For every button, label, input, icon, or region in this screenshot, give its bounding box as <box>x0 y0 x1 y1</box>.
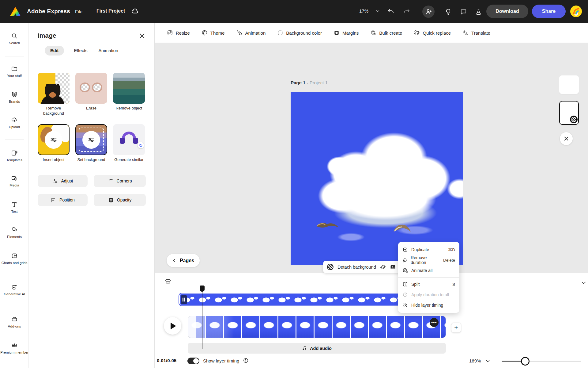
download-button[interactable]: Download <box>486 5 528 18</box>
menu-item-duplicate[interactable]: Duplicate ⌘D <box>398 244 459 255</box>
quick-replace-icon[interactable] <box>380 264 386 270</box>
play-button[interactable] <box>164 317 181 335</box>
share-button[interactable]: Share <box>532 5 566 18</box>
generative-ai-icon <box>11 284 18 290</box>
crown-icon <box>11 342 18 349</box>
margins-icon <box>334 30 340 36</box>
media-icon <box>11 175 18 182</box>
opacity-button[interactable]: Opacity <box>94 194 146 206</box>
sidebar-item-media[interactable]: Media <box>0 175 29 188</box>
text-icon <box>11 201 18 208</box>
tab-effects[interactable]: Effects <box>73 46 89 56</box>
sidebar-item-generative-ai[interactable]: Generative AI <box>0 284 29 297</box>
clip-more-options-button[interactable]: ••• <box>430 318 439 327</box>
close-icon <box>139 33 145 39</box>
translate-icon <box>462 30 469 36</box>
undo-button[interactable] <box>385 6 397 18</box>
project-name[interactable]: First Project <box>96 8 125 14</box>
position-button[interactable]: Position <box>38 194 88 206</box>
page-label: Page 1 - Project 1 <box>291 80 328 85</box>
menu-item-hide-layer-timing[interactable]: Hide layer timing <box>398 300 459 310</box>
sidebar-item-premium[interactable]: Premium member <box>0 342 29 355</box>
tool-set-background[interactable]: Set background <box>75 124 107 163</box>
set-background-thumbnail <box>75 124 107 155</box>
video-clip-track[interactable] <box>188 316 446 338</box>
collapse-timeline-chevron[interactable] <box>581 280 586 287</box>
playhead[interactable] <box>200 286 205 349</box>
playhead-handle[interactable] <box>200 286 205 292</box>
sidebar-item-add-ons[interactable]: Add-ons <box>0 316 29 329</box>
info-icon[interactable] <box>243 358 249 365</box>
sidebar-item-templates[interactable]: Templates <box>0 150 29 163</box>
remove-object-thumbnail <box>113 73 145 104</box>
page-thumbnail-1[interactable] <box>559 75 579 94</box>
topbar-divider <box>91 8 91 15</box>
menu-item-remove-duration[interactable]: Remove duration Delete <box>398 255 459 265</box>
slider-knob[interactable] <box>521 357 530 366</box>
timeline-zoom-chevron[interactable] <box>485 358 490 365</box>
panel-close-button[interactable] <box>138 32 146 40</box>
tool-insert-object[interactable]: Insert object <box>38 124 70 163</box>
tab-animation[interactable]: Animation <box>97 46 119 56</box>
menu-item-animate-all[interactable]: Animate all <box>398 265 459 276</box>
sidebar-item-text[interactable]: Text <box>0 201 29 214</box>
sidebar-item-elements[interactable]: Elements <box>0 226 29 240</box>
sidebar-item-your-stuff[interactable]: Your stuff <box>0 65 29 79</box>
design-canvas-sky-image[interactable] <box>291 92 463 265</box>
page-project-name: Project 1 <box>310 80 328 85</box>
play-icon <box>171 323 176 329</box>
apply-duration-icon <box>402 292 408 297</box>
page-thumbnail-2-selected[interactable] <box>559 101 579 125</box>
sidebar-divider <box>5 140 24 140</box>
resize-tool[interactable]: Resize <box>167 30 190 36</box>
adjust-button[interactable]: Adjust <box>38 175 88 187</box>
show-layer-timing-toggle[interactable] <box>187 358 199 364</box>
tab-edit[interactable]: Edit <box>45 46 64 56</box>
tool-erase[interactable]: Erase <box>75 73 107 111</box>
sidebar-item-search[interactable]: Search <box>0 33 29 46</box>
add-page-button[interactable]: + <box>451 323 461 333</box>
corners-button[interactable]: Corners <box>94 175 146 187</box>
canvas-zoom-control[interactable]: 17% <box>359 8 380 13</box>
quick-replace-tool[interactable]: Quick replace <box>414 30 451 36</box>
adobe-express-logo-icon[interactable] <box>10 7 21 16</box>
layer-list-icon[interactable] <box>165 279 172 286</box>
timeline-zoom-slider[interactable] <box>502 361 581 362</box>
file-menu[interactable]: File <box>75 9 82 14</box>
deselect-close-button[interactable] <box>560 132 573 145</box>
add-audio-button[interactable]: Add audio <box>188 343 446 354</box>
detach-background-button[interactable]: Detach background <box>337 265 376 270</box>
timeline-zoom-value: 169% <box>469 358 481 363</box>
translate-tool[interactable]: Translate <box>462 30 490 36</box>
hide-layer-timing-icon <box>402 302 408 308</box>
image-panel: Image Edit Effects Animation Remove back… <box>29 23 155 368</box>
sidebar-item-upload[interactable]: Upload <box>0 117 29 130</box>
invite-people-button[interactable] <box>422 6 435 18</box>
comments-button[interactable] <box>457 6 469 18</box>
bird-two <box>392 224 412 236</box>
tool-remove-background[interactable]: Remove background <box>38 73 70 116</box>
menu-item-split[interactable]: Split S <box>398 279 459 289</box>
redo-button[interactable] <box>401 6 413 18</box>
adobe-express-app: Adobe Express File First Project 17% Dow… <box>0 0 588 368</box>
account-avatar[interactable]: 🌈 <box>570 6 582 17</box>
bulk-create-icon <box>370 30 376 36</box>
ideas-lightbulb-button[interactable] <box>442 6 454 18</box>
theme-tool[interactable]: Theme <box>202 30 225 36</box>
animation-tool[interactable]: Animation <box>236 30 266 36</box>
margins-tool[interactable]: Margins <box>334 30 359 36</box>
bulk-create-tool[interactable]: Bulk create <box>370 30 402 36</box>
align-position-icon <box>51 197 56 203</box>
tool-remove-object[interactable]: Remove object <box>113 73 145 111</box>
replace-image-icon[interactable] <box>390 264 396 270</box>
beta-flask-button[interactable] <box>472 6 484 18</box>
sidebar-item-charts-grids[interactable]: Charts and grids <box>0 252 29 266</box>
layer-context-menu: Duplicate ⌘D Remove duration Delete Anim… <box>398 242 459 313</box>
corner-radius-icon <box>108 178 114 184</box>
pause-chip-icon[interactable] <box>181 295 187 304</box>
tool-generate-similar[interactable]: ↻ Generate similar <box>113 124 145 163</box>
menu-item-apply-duration-to-all: Apply duration to all <box>398 289 459 300</box>
pages-button[interactable]: Pages <box>167 254 200 267</box>
background-color-tool[interactable]: Background color <box>277 30 322 36</box>
sidebar-item-brands[interactable]: Brands <box>0 91 29 104</box>
